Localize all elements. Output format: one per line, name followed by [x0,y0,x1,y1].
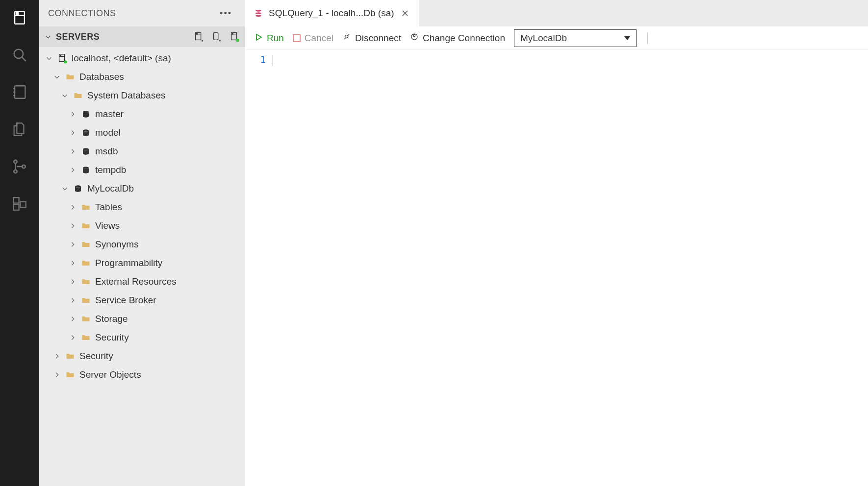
sidebar-more-actions[interactable]: ••• [216,6,236,21]
svg-rect-2 [16,13,18,14]
svg-point-35 [75,185,81,188]
svg-point-11 [22,165,26,169]
svg-point-34 [83,167,89,169]
tree-label: System Databases [87,90,165,101]
run-button[interactable]: Run [255,33,284,44]
tree-db-tempdb[interactable]: tempdb [39,161,245,179]
chevron-right-icon [69,222,77,230]
tree-label: Security [95,332,129,343]
tree-label: External Resources [95,276,177,287]
tree-programmability-node[interactable]: Programmability [39,254,245,272]
chevron-right-icon [69,241,77,248]
tree-views-node[interactable]: Views [39,217,245,235]
chevron-right-icon [69,259,77,267]
tree-external-resources-node[interactable]: External Resources [39,272,245,291]
svg-rect-5 [15,86,25,98]
tree-label: Server Objects [79,369,141,380]
tree-db-mylocaldb[interactable]: MyLocalDb [39,179,245,198]
database-stack-icon [254,9,263,18]
tree-db-master[interactable]: master [39,105,245,123]
plug-disconnect-icon [342,32,351,44]
editor-area: SQLQuery_1 - localh...Db (sa) Run Cancel… [245,0,868,486]
svg-rect-17 [197,34,198,34]
show-active-connections-button[interactable] [229,31,240,42]
tree-system-databases-node[interactable]: System Databases [39,86,245,105]
change-connection-button[interactable]: Change Connection [410,32,505,44]
group-plus-icon [211,31,222,42]
text-cursor [273,55,273,66]
activity-bar [0,0,39,486]
cancel-button[interactable]: Cancel [293,33,333,44]
tree-label: master [95,109,124,120]
tree-service-broker-node[interactable]: Service Broker [39,291,245,310]
tree-synonyms-node[interactable]: Synonyms [39,235,245,254]
folder-icon [80,314,91,324]
activity-explorer[interactable] [10,120,29,139]
svg-point-30 [64,60,67,63]
tree-db-msdb[interactable]: msdb [39,142,245,161]
database-selector-value: MyLocalDb [520,33,567,44]
new-server-group-button[interactable] [211,31,222,42]
chevron-right-icon [69,110,77,118]
svg-point-36 [255,10,261,12]
tree-db-model[interactable]: model [39,123,245,142]
chevron-right-icon [69,129,77,137]
svg-rect-13 [13,204,19,210]
tree-label: MyLocalDb [87,183,134,194]
new-connection-button[interactable] [194,31,204,42]
chevron-down-icon [44,33,52,41]
chevron-down-icon [45,54,53,62]
tree-tables-node[interactable]: Tables [39,198,245,217]
tab-close-button[interactable] [400,8,410,18]
sidebar-title: CONNECTIONS [48,8,116,19]
tree-label: Views [95,220,120,231]
chevron-down-icon [53,73,61,81]
server-connected-icon [57,53,68,64]
svg-rect-12 [13,197,19,203]
tree-databases-node[interactable]: Databases [39,68,245,86]
database-selector[interactable]: MyLocalDb [514,29,637,47]
tree-label: Security [79,351,113,362]
tree-db-security-node[interactable]: Security [39,328,245,347]
chevron-right-icon [69,278,77,286]
svg-point-9 [14,160,17,164]
activity-notebooks[interactable] [10,82,29,102]
disconnect-button[interactable]: Disconnect [342,32,401,44]
editor-tab[interactable]: SQLQuery_1 - localh...Db (sa) [245,0,419,26]
code-editor[interactable] [272,50,868,486]
activity-connections[interactable] [10,8,29,27]
stop-icon [293,34,301,42]
tree-storage-node[interactable]: Storage [39,310,245,328]
tree-label: tempdb [95,165,126,175]
svg-point-32 [83,129,89,132]
tree-label: model [95,127,121,138]
activity-search[interactable] [10,45,29,65]
tree-server-security-node[interactable]: Security [39,347,245,365]
activity-source-control[interactable] [10,157,29,176]
servers-section-header[interactable]: SERVERS [39,26,245,47]
editor-body: 1 [245,50,868,486]
svg-rect-25 [232,34,233,34]
svg-rect-14 [20,202,26,207]
folder-icon [80,295,91,306]
tree-server-node[interactable]: localhost, <default> (sa) [39,49,245,68]
tree-label: msdb [95,146,118,157]
svg-line-4 [22,57,26,61]
activity-extensions[interactable] [10,194,29,214]
toolbar-separator [647,32,648,44]
line-number-gutter: 1 [245,50,272,486]
svg-rect-20 [214,33,218,40]
tree-label: Programmability [95,258,162,268]
sidebar-header: CONNECTIONS ••• [39,0,245,26]
caret-down-icon [624,36,630,40]
tab-title: SQLQuery_1 - localh...Db (sa) [269,8,394,19]
svg-point-38 [255,15,261,17]
extensions-icon [11,195,28,212]
tree-server-objects-node[interactable]: Server Objects [39,365,245,384]
svg-point-10 [14,170,17,173]
folder-icon [80,332,91,343]
svg-rect-29 [60,55,61,56]
cancel-label: Cancel [305,33,333,44]
tree-label: Databases [79,72,124,82]
play-icon [255,33,263,44]
